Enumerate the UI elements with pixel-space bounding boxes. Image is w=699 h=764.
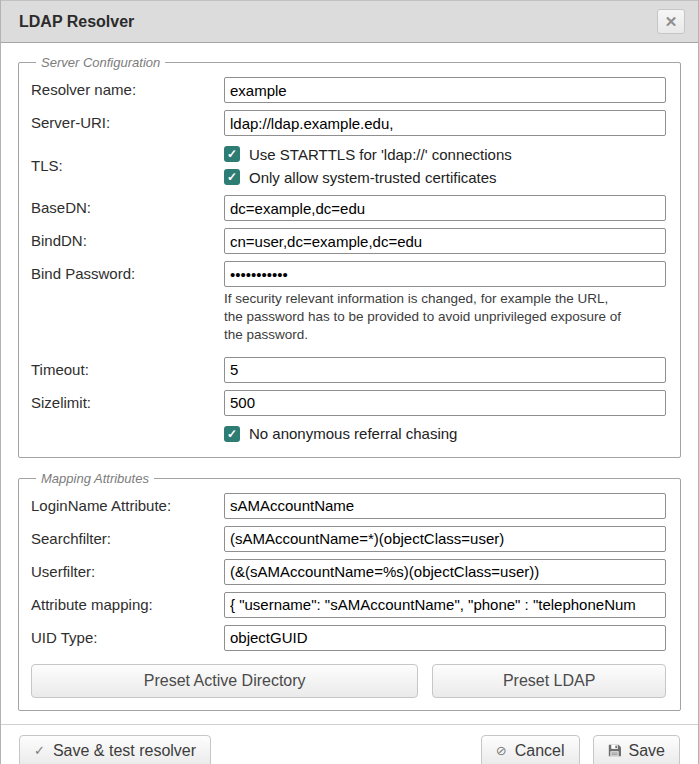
checkbox-checked-icon[interactable]: ✓ — [224, 426, 240, 442]
preset-active-directory-button[interactable]: Preset Active Directory — [31, 664, 418, 698]
uid-type-row: UID Type: — [31, 625, 666, 651]
tls-label: TLS: — [31, 157, 224, 174]
mapping-attributes-legend: Mapping Attributes — [36, 471, 154, 486]
dialog-title: LDAP Resolver — [19, 13, 134, 31]
sizelimit-row: Sizelimit: — [31, 390, 666, 416]
uid-type-label: UID Type: — [31, 625, 224, 651]
trusted-certs-checkbox[interactable]: ✓ Only allow system-trusted certificates — [224, 167, 666, 187]
server-uri-label: Server-URI: — [31, 110, 224, 136]
trusted-certs-label: Only allow system-trusted certificates — [249, 169, 497, 186]
checkbox-checked-icon[interactable]: ✓ — [224, 146, 240, 162]
binddn-input[interactable] — [224, 228, 666, 254]
check-icon: ✓ — [34, 743, 45, 758]
starttls-label: Use STARTTLS for 'ldap://' connections — [249, 146, 512, 163]
preset-ldap-button[interactable]: Preset LDAP — [432, 664, 666, 698]
timeout-label: Timeout: — [31, 357, 224, 383]
sizelimit-input[interactable] — [224, 390, 666, 416]
bind-password-label: Bind Password: — [31, 261, 224, 287]
ban-icon: ⊘ — [496, 743, 507, 758]
referral-row: ✓ No anonymous referral chasing — [31, 423, 666, 445]
attribute-mapping-row: Attribute mapping: — [31, 592, 666, 618]
close-icon: ✕ — [665, 14, 678, 29]
ldap-resolver-dialog: LDAP Resolver ✕ Server Configuration Res… — [0, 0, 699, 764]
userfilter-label: Userfilter: — [31, 559, 224, 585]
save-button[interactable]: Save — [593, 735, 680, 764]
searchfilter-input[interactable] — [224, 526, 666, 552]
server-configuration-legend: Server Configuration — [36, 55, 165, 70]
userfilter-row: Userfilter: — [31, 559, 666, 585]
resolver-name-input[interactable] — [224, 77, 666, 103]
save-test-resolver-button[interactable]: ✓ Save & test resolver — [19, 735, 211, 764]
attribute-mapping-label: Attribute mapping: — [31, 592, 224, 618]
floppy-disk-icon — [608, 744, 621, 757]
no-referral-label: No anonymous referral chasing — [249, 425, 457, 442]
binddn-label: BindDN: — [31, 228, 224, 254]
checkbox-checked-icon[interactable]: ✓ — [224, 169, 240, 185]
userfilter-input[interactable] — [224, 559, 666, 585]
searchfilter-row: Searchfilter: — [31, 526, 666, 552]
preset-buttons-row: Preset Active Directory Preset LDAP — [31, 664, 666, 698]
attribute-mapping-input[interactable] — [224, 592, 666, 618]
mapping-attributes-section: Mapping Attributes LoginName Attribute: … — [18, 471, 681, 711]
binddn-row: BindDN: — [31, 228, 666, 254]
dialog-header: LDAP Resolver ✕ — [1, 0, 698, 43]
server-uri-input[interactable] — [224, 110, 666, 136]
server-configuration-section: Server Configuration Resolver name: Serv… — [18, 55, 681, 458]
uid-type-input[interactable] — [224, 625, 666, 651]
timeout-row: Timeout: — [31, 357, 666, 383]
basedn-row: BaseDN: — [31, 195, 666, 221]
basedn-label: BaseDN: — [31, 195, 224, 221]
searchfilter-label: Searchfilter: — [31, 526, 224, 552]
resolver-name-label: Resolver name: — [31, 77, 224, 103]
timeout-input[interactable] — [224, 357, 666, 383]
no-referral-checkbox[interactable]: ✓ No anonymous referral chasing — [224, 424, 666, 444]
cancel-button[interactable]: ⊘ Cancel — [481, 735, 580, 764]
server-uri-row: Server-URI: — [31, 110, 666, 136]
bind-password-input[interactable] — [224, 261, 666, 287]
referral-spacer — [31, 423, 224, 445]
sizelimit-label: Sizelimit: — [31, 390, 224, 416]
resolver-name-row: Resolver name: — [31, 77, 666, 103]
dialog-footer: ✓ Save & test resolver ⊘ Cancel — [1, 724, 698, 764]
basedn-input[interactable] — [224, 195, 666, 221]
loginname-attribute-label: LoginName Attribute: — [31, 493, 224, 519]
tls-options: ✓ Use STARTTLS for 'ldap://' connections… — [224, 143, 666, 188]
close-button[interactable]: ✕ — [657, 9, 685, 34]
loginname-attribute-row: LoginName Attribute: — [31, 493, 666, 519]
loginname-attribute-input[interactable] — [224, 493, 666, 519]
dialog-body: Server Configuration Resolver name: Serv… — [1, 43, 698, 724]
bind-password-row: Bind Password: If security relevant info… — [31, 261, 666, 350]
starttls-checkbox[interactable]: ✓ Use STARTTLS for 'ldap://' connections — [224, 144, 666, 164]
tls-row: TLS: ✓ Use STARTTLS for 'ldap://' connec… — [31, 143, 666, 188]
bind-password-help-text: If security relevant information is chan… — [224, 290, 622, 345]
